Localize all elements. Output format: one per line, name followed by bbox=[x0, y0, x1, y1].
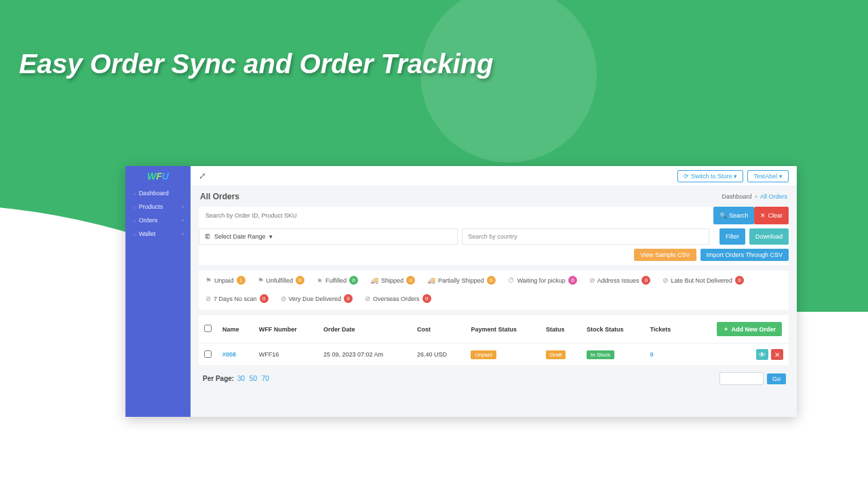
col-cost: Cost bbox=[412, 315, 466, 344]
view-sample-csv-button[interactable]: View Sample CSV bbox=[634, 249, 696, 261]
filter-icon: ⚑ bbox=[205, 277, 212, 284]
filter-unpaid[interactable]: ⚑Unpaid 1 bbox=[205, 276, 245, 285]
per-page-50[interactable]: 50 bbox=[250, 375, 257, 382]
filter-unfulfilled[interactable]: ⚑Unfulfilled 0 bbox=[258, 276, 305, 285]
search-input[interactable] bbox=[199, 207, 713, 224]
filter-button[interactable]: Filter bbox=[719, 228, 745, 245]
filter-icon: ⊘ bbox=[281, 295, 286, 302]
nav-orders[interactable]: Orders bbox=[125, 214, 191, 227]
filter-icon: ⏱ bbox=[508, 277, 515, 284]
nav-products[interactable]: Products bbox=[125, 200, 191, 214]
status-filters: ⚑Unpaid 1⚑Unfulfilled 0★Fulfilled 0🚚Ship… bbox=[199, 270, 789, 310]
search-button[interactable]: 🔍 Search bbox=[713, 207, 755, 224]
filter-count: 0 bbox=[487, 276, 496, 285]
filter-icon: ⚑ bbox=[258, 277, 264, 284]
filter-count: 0 bbox=[349, 276, 358, 285]
row-checkbox[interactable] bbox=[204, 350, 212, 358]
breadcrumb: Dashboard › All Orders bbox=[722, 193, 787, 200]
download-button[interactable]: Download bbox=[749, 228, 789, 245]
import-csv-button[interactable]: Import Orders Through CSV bbox=[701, 249, 789, 261]
status-badge: Draft bbox=[546, 350, 566, 359]
filter-fulfilled[interactable]: ★Fulfilled 0 bbox=[317, 276, 358, 285]
app-window: WFU Dashboard Products Orders Wallet ⤢ ⟳… bbox=[125, 166, 797, 417]
filter-count: 0 bbox=[735, 276, 744, 285]
page-number-input[interactable] bbox=[719, 372, 764, 385]
filter-count: 0 bbox=[568, 276, 577, 285]
date-range-select[interactable]: 🗓Select Date Range ▾ bbox=[199, 228, 458, 245]
filter-count: 0 bbox=[296, 276, 304, 285]
table-row: #008WFF1625 09, 2023 07:02 Am26.40 USDUn… bbox=[199, 344, 789, 366]
filter-count: 0 bbox=[344, 294, 353, 303]
nav-dashboard[interactable]: Dashboard bbox=[125, 186, 191, 200]
col-name: Name bbox=[217, 315, 254, 344]
col-status: Status bbox=[540, 315, 581, 344]
tickets-link[interactable]: 0 bbox=[650, 351, 654, 358]
filter-icon: ⊘ bbox=[589, 277, 595, 284]
payment-badge: Unpaid bbox=[471, 350, 496, 359]
pager: Per Page: 30 50 70 Go bbox=[199, 371, 789, 386]
filter-count: 0 bbox=[406, 276, 415, 285]
filter-7-days-no-scan[interactable]: ⊘7 Days No scan 0 bbox=[205, 294, 269, 303]
clear-button[interactable]: ✕ Clear bbox=[754, 207, 789, 224]
filter-shipped[interactable]: 🚚Shipped 0 bbox=[370, 276, 415, 285]
col-wff: WFF Number bbox=[254, 315, 318, 344]
filter-count: 0 bbox=[422, 294, 431, 303]
country-select[interactable]: Search by country bbox=[462, 228, 709, 245]
col-stock: Stock Status bbox=[581, 315, 644, 344]
order-link[interactable]: #008 bbox=[222, 351, 236, 358]
filter-overseas-orders[interactable]: ⊘Overseas Orders 0 bbox=[365, 294, 431, 303]
page-title: All Orders bbox=[200, 192, 239, 201]
stock-badge: In Stock bbox=[587, 350, 614, 359]
col-tickets: Tickets bbox=[645, 315, 687, 344]
user-menu[interactable]: TestAbel ▾ bbox=[747, 170, 789, 182]
filter-count: 0 bbox=[260, 294, 269, 303]
hero-title: Easy Order Sync and Order Tracking bbox=[19, 49, 494, 79]
calendar-icon: 🗓 bbox=[205, 233, 211, 240]
expand-icon[interactable]: ⤢ bbox=[199, 171, 206, 181]
filter-waiting-for-pickup[interactable]: ⏱Waiting for pickup 0 bbox=[508, 276, 577, 285]
filter-count: 0 bbox=[642, 276, 650, 285]
filter-icon: ★ bbox=[317, 277, 323, 284]
filter-icon: ⊘ bbox=[365, 295, 370, 302]
filter-late-but-not-delivered[interactable]: ⊘Late But Not Delivered 0 bbox=[663, 276, 744, 285]
col-date: Order Date bbox=[318, 315, 412, 344]
per-page-70[interactable]: 70 bbox=[262, 375, 269, 382]
orders-card: Name WFF Number Order Date Cost Payment … bbox=[199, 315, 789, 365]
cell-wff: WFF16 bbox=[254, 344, 318, 366]
filter-icon: 🚚 bbox=[370, 277, 378, 284]
sidebar: WFU Dashboard Products Orders Wallet bbox=[125, 166, 191, 417]
cell-cost: 26.40 USD bbox=[412, 344, 466, 366]
col-pay: Payment Status bbox=[465, 315, 540, 344]
filter-partially-shipped[interactable]: 🚚Partially Shipped 0 bbox=[427, 276, 496, 285]
nav-wallet[interactable]: Wallet bbox=[125, 227, 191, 241]
filter-count: 1 bbox=[237, 276, 245, 285]
delete-icon[interactable]: ✕ bbox=[771, 349, 783, 360]
topbar: ⤢ ⟳ Switch to Store ▾ TestAbel ▾ bbox=[191, 166, 797, 186]
breadcrumb-current[interactable]: All Orders bbox=[760, 193, 787, 200]
filter-icon: 🚚 bbox=[427, 277, 435, 284]
filter-icon: ⊘ bbox=[205, 295, 211, 302]
brand-logo: WFU bbox=[125, 166, 191, 186]
select-all-checkbox[interactable] bbox=[204, 325, 212, 332]
add-order-button[interactable]: ＋ Add New Order bbox=[717, 322, 782, 336]
view-icon[interactable]: 👁 bbox=[756, 349, 768, 360]
filter-icon: ⊘ bbox=[663, 277, 668, 284]
per-page-30[interactable]: 30 bbox=[237, 375, 245, 382]
filter-address-issues[interactable]: ⊘Address Issues 0 bbox=[589, 276, 651, 285]
go-button[interactable]: Go bbox=[767, 373, 786, 384]
cell-date: 25 09, 2023 07:02 Am bbox=[318, 344, 412, 366]
switch-store-button[interactable]: ⟳ Switch to Store ▾ bbox=[677, 170, 744, 182]
filter-very-due-delivered[interactable]: ⊘Very Due Delivered 0 bbox=[281, 294, 353, 303]
